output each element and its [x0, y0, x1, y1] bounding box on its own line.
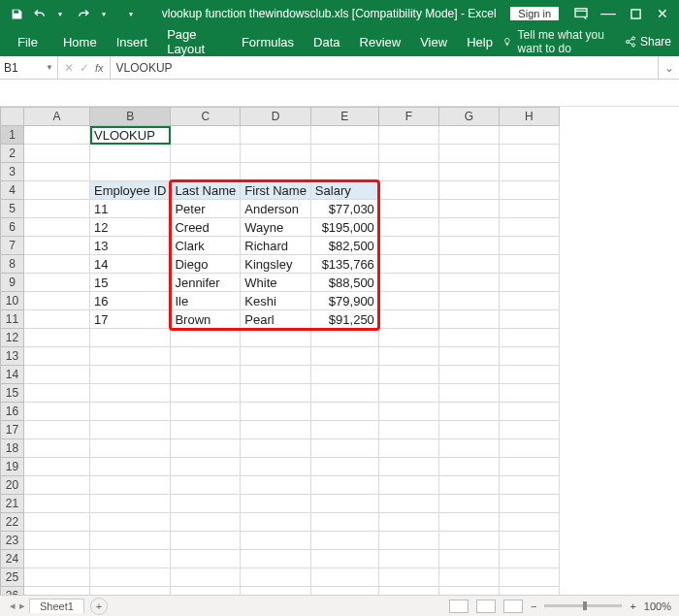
row-header-25[interactable]: 25	[1, 568, 24, 587]
cancel-formula-icon[interactable]: ✕	[64, 61, 74, 75]
cell-C14[interactable]	[171, 366, 241, 384]
cell-E16[interactable]	[310, 403, 378, 421]
cell-C23[interactable]	[171, 532, 241, 550]
cell-D7[interactable]: Richard	[241, 237, 311, 255]
cell-F9[interactable]	[378, 274, 438, 292]
cell-A23[interactable]	[24, 532, 90, 550]
cell-G25[interactable]	[438, 568, 499, 587]
cell-E19[interactable]	[310, 458, 378, 476]
row-header-20[interactable]: 20	[1, 476, 24, 495]
cell-B12[interactable]	[90, 329, 171, 347]
row-header-11[interactable]: 11	[1, 310, 24, 329]
cell-F17[interactable]	[378, 421, 438, 439]
cell-G20[interactable]	[438, 476, 499, 495]
cell-D10[interactable]: Keshi	[241, 292, 311, 310]
cell-F19[interactable]	[378, 458, 438, 476]
cell-H2[interactable]	[499, 145, 559, 163]
cell-F14[interactable]	[378, 366, 438, 384]
maximize-button[interactable]	[623, 3, 648, 24]
cell-G6[interactable]	[438, 218, 499, 237]
cell-D20[interactable]	[241, 476, 311, 495]
cell-G13[interactable]	[438, 347, 499, 366]
cell-B10[interactable]: 16	[90, 292, 171, 310]
cell-D3[interactable]	[241, 163, 311, 181]
cell-E22[interactable]	[310, 513, 378, 532]
close-button[interactable]: ✕	[650, 3, 675, 24]
cell-F26[interactable]	[378, 587, 438, 596]
cell-B24[interactable]	[90, 550, 171, 568]
redo-button[interactable]	[73, 3, 94, 24]
cell-C13[interactable]	[171, 347, 241, 366]
cell-H1[interactable]	[499, 126, 559, 145]
tab-home[interactable]: Home	[53, 29, 107, 55]
cell-G24[interactable]	[438, 550, 499, 568]
cell-E10[interactable]: $79,900	[310, 292, 378, 310]
cell-F11[interactable]	[378, 310, 438, 329]
cell-D11[interactable]: Pearl	[241, 310, 311, 329]
cell-H13[interactable]	[499, 347, 559, 366]
cell-C24[interactable]	[171, 550, 241, 568]
cell-E14[interactable]	[310, 366, 378, 384]
cell-F12[interactable]	[378, 329, 438, 347]
cell-E11[interactable]: $91,250	[310, 310, 378, 329]
cell-D19[interactable]	[241, 458, 311, 476]
save-icon[interactable]	[6, 3, 27, 24]
cell-C25[interactable]	[171, 568, 241, 587]
col-header-C[interactable]: C	[171, 108, 241, 126]
cell-F20[interactable]	[378, 476, 438, 495]
col-header-B[interactable]: B	[90, 108, 171, 126]
cell-C8[interactable]: Diego	[171, 255, 241, 274]
cell-E17[interactable]	[310, 421, 378, 439]
cell-E3[interactable]	[310, 163, 378, 181]
cell-B18[interactable]	[90, 439, 171, 458]
cell-B11[interactable]: 17	[90, 310, 171, 329]
cell-C10[interactable]: Ile	[171, 292, 241, 310]
cell-A1[interactable]	[24, 126, 90, 145]
cell-H7[interactable]	[499, 237, 559, 255]
ribbon-display-options-icon[interactable]	[568, 3, 594, 24]
cell-G11[interactable]	[438, 310, 499, 329]
cell-F23[interactable]	[378, 532, 438, 550]
cell-A15[interactable]	[24, 384, 90, 403]
cell-D17[interactable]	[241, 421, 311, 439]
cell-C4[interactable]: Last Name	[171, 181, 241, 200]
cell-B9[interactable]: 15	[90, 274, 171, 292]
cell-H16[interactable]	[499, 403, 559, 421]
cell-G8[interactable]	[438, 255, 499, 274]
cell-C18[interactable]	[171, 439, 241, 458]
cell-G7[interactable]	[438, 237, 499, 255]
cell-C26[interactable]	[171, 587, 241, 596]
cell-G10[interactable]	[438, 292, 499, 310]
cell-C12[interactable]	[171, 329, 241, 347]
cell-F25[interactable]	[378, 568, 438, 587]
cell-A8[interactable]	[24, 255, 90, 274]
cell-A2[interactable]	[24, 145, 90, 163]
cell-A21[interactable]	[24, 495, 90, 513]
cell-B23[interactable]	[90, 532, 171, 550]
cell-G19[interactable]	[438, 458, 499, 476]
row-header-9[interactable]: 9	[1, 274, 24, 292]
cell-B1[interactable]: VLOOKUP	[90, 126, 171, 145]
cell-G2[interactable]	[438, 145, 499, 163]
tab-insert[interactable]: Insert	[107, 29, 158, 55]
cell-F2[interactable]	[378, 145, 438, 163]
cell-A20[interactable]	[24, 476, 90, 495]
cell-A10[interactable]	[24, 292, 90, 310]
cell-B25[interactable]	[90, 568, 171, 587]
row-header-23[interactable]: 23	[1, 532, 24, 550]
cell-E6[interactable]: $195,000	[310, 218, 378, 237]
col-header-E[interactable]: E	[310, 108, 378, 126]
cell-H15[interactable]	[499, 384, 559, 403]
cell-H8[interactable]	[499, 255, 559, 274]
cell-A25[interactable]	[24, 568, 90, 587]
cell-G9[interactable]	[438, 274, 499, 292]
undo-dropdown-icon[interactable]: ▾	[49, 3, 71, 24]
col-header-A[interactable]: A	[24, 108, 90, 126]
row-header-12[interactable]: 12	[1, 329, 24, 347]
cell-F5[interactable]	[378, 200, 438, 218]
cell-E21[interactable]	[310, 495, 378, 513]
cell-A5[interactable]	[24, 200, 90, 218]
cell-E15[interactable]	[310, 384, 378, 403]
cell-E12[interactable]	[310, 329, 378, 347]
cell-E4[interactable]: Salary	[310, 181, 378, 200]
